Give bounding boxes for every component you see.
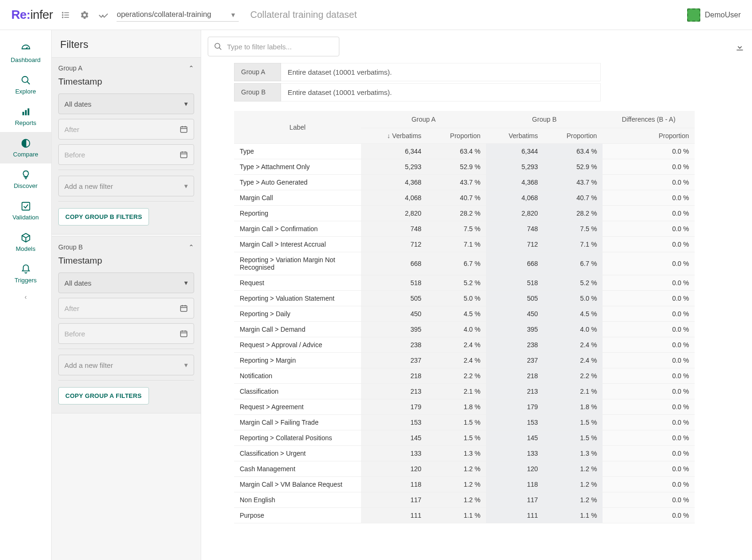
table-row[interactable]: Margin Call4,06840.7 %4,06840.7 %0.0 %: [234, 190, 695, 206]
cube-icon: [20, 232, 31, 243]
table-row[interactable]: Request > Agreement1791.8 %1791.8 %0.0 %: [234, 399, 695, 415]
table-row[interactable]: Reporting > Collateral Positions1451.5 %…: [234, 430, 695, 446]
group-b-header[interactable]: Group B ⌃: [58, 243, 194, 251]
table-row[interactable]: Cash Management1201.2 %1201.2 %0.0 %: [234, 461, 695, 477]
dataset-selector[interactable]: operations/collateral-training ▾: [117, 8, 239, 22]
cell-b-verbatims: 2,820: [486, 206, 543, 221]
gear-icon[interactable]: [79, 9, 90, 21]
filters-title: Filters: [52, 30, 201, 57]
cell-a-verbatims: 4,368: [361, 175, 427, 190]
summary-group-b: Group B Entire dataset (10001 verbatims)…: [234, 83, 601, 101]
cell-b-proportion: 4.0 %: [544, 322, 603, 337]
before-input-a[interactable]: Before: [58, 144, 194, 165]
cell-a-proportion: 1.2 %: [427, 492, 486, 508]
checkmark-icon[interactable]: [98, 9, 109, 21]
table-row[interactable]: Classification2132.1 %2132.1 %0.0 %: [234, 384, 695, 399]
add-filter-a[interactable]: Add a new filter ▾: [58, 176, 194, 196]
cell-a-verbatims: 518: [361, 275, 427, 291]
after-input-b[interactable]: After: [58, 298, 194, 319]
date-range-select-b[interactable]: All dates ▾: [58, 272, 194, 293]
table-row[interactable]: Margin Call > Demand3954.0 %3954.0 %0.0 …: [234, 322, 695, 337]
before-input-b[interactable]: Before: [58, 323, 194, 344]
collapse-button[interactable]: ‹: [24, 293, 27, 301]
cell-b-proportion: 1.8 %: [544, 399, 603, 415]
after-placeholder: After: [64, 125, 79, 133]
date-range-select-a[interactable]: All dates ▾: [58, 93, 194, 114]
table-row[interactable]: Notification2182.2 %2182.2 %0.0 %: [234, 368, 695, 384]
before-placeholder: Before: [64, 330, 85, 338]
cell-b-proportion: 1.2 %: [544, 461, 603, 477]
after-input-a[interactable]: After: [58, 119, 194, 140]
table-row[interactable]: Reporting > Daily4504.5 %4504.5 %0.0 %: [234, 306, 695, 322]
download-button[interactable]: [735, 42, 744, 51]
nav-dashboard[interactable]: Dashboard: [0, 38, 51, 69]
cell-label: Classification: [234, 384, 361, 399]
cell-diff-proportion: 0.0 %: [603, 144, 695, 159]
cell-b-verbatims: 145: [486, 430, 543, 446]
table-row[interactable]: Margin Call > Failing Trade1531.5 %1531.…: [234, 415, 695, 430]
cell-b-proportion: 6.7 %: [544, 252, 603, 275]
table-row[interactable]: Non English1171.2 %1171.2 %0.0 %: [234, 492, 695, 508]
table-row[interactable]: Classification > Urgent1331.3 %1331.3 %0…: [234, 446, 695, 461]
table-row[interactable]: Margin Call > Confirmation7487.5 %7487.5…: [234, 221, 695, 237]
group-a-header[interactable]: Group A ⌃: [58, 64, 194, 72]
copy-group-a-filters-button[interactable]: COPY GROUP A FILTERS: [58, 387, 149, 404]
add-filter-b[interactable]: Add a new filter ▾: [58, 355, 194, 375]
nav-discover[interactable]: Discover: [0, 163, 51, 195]
content-toolbar: Type to filter labels...: [201, 30, 752, 63]
chevron-down-icon: ▾: [184, 361, 188, 369]
table-row[interactable]: Request > Approval / Advice2382.4 %2382.…: [234, 337, 695, 353]
table-row[interactable]: Reporting > Margin2372.4 %2372.4 %0.0 %: [234, 353, 695, 368]
user-chip[interactable]: DemoUser: [687, 8, 741, 22]
table-row[interactable]: Type6,34463.4 %6,34463.4 %0.0 %: [234, 144, 695, 159]
nav-label: Compare: [13, 151, 38, 158]
col-b-proportion[interactable]: Proportion: [544, 128, 603, 144]
table-row[interactable]: Purpose1111.1 %1111.1 %0.0 %: [234, 508, 695, 523]
cell-label: Reporting > Collateral Positions: [234, 430, 361, 446]
svg-rect-26: [180, 331, 187, 337]
svg-point-4: [63, 15, 63, 16]
cell-label: Purpose: [234, 508, 361, 523]
table-row[interactable]: Reporting > Variation Margin Not Recogni…: [234, 252, 695, 275]
nav-reports[interactable]: Reports: [0, 101, 51, 132]
cell-label: Classification > Urgent: [234, 446, 361, 461]
table-row[interactable]: Margin Call > VM Balance Request1181.2 %…: [234, 477, 695, 492]
cell-label: Margin Call > VM Balance Request: [234, 477, 361, 492]
label-search-input[interactable]: Type to filter labels...: [208, 37, 339, 56]
cell-a-verbatims: 179: [361, 399, 427, 415]
cell-a-proportion: 7.1 %: [427, 237, 486, 252]
table-row[interactable]: Margin Call > Interest Accrual7127.1 %71…: [234, 237, 695, 252]
list-icon[interactable]: [60, 9, 71, 21]
content-scroll[interactable]: Group A Entire dataset (10001 verbatims)…: [201, 63, 752, 560]
cell-a-proportion: 2.2 %: [427, 368, 486, 384]
col-a-verbatims[interactable]: ↓ Verbatims: [361, 128, 427, 144]
nav-validation[interactable]: Validation: [0, 195, 51, 226]
col-label[interactable]: Label: [234, 111, 361, 144]
nav-compare[interactable]: Compare: [0, 132, 51, 163]
nav-triggers[interactable]: Triggers: [0, 258, 51, 289]
filter-group-a: Group A ⌃ Timestamp All dates ▾ After Be…: [52, 57, 201, 234]
copy-group-b-filters-button[interactable]: COPY GROUP B FILTERS: [58, 208, 149, 226]
table-row[interactable]: Reporting2,82028.2 %2,82028.2 %0.0 %: [234, 206, 695, 221]
search-icon: [214, 42, 222, 51]
cell-diff-proportion: 0.0 %: [603, 492, 695, 508]
col-diff-proportion[interactable]: Proportion: [603, 128, 695, 144]
summary-group-a: Group A Entire dataset (10001 verbatims)…: [234, 63, 601, 81]
table-row[interactable]: Type > Auto Generated4,36843.7 %4,36843.…: [234, 175, 695, 190]
cell-a-verbatims: 712: [361, 237, 427, 252]
cell-diff-proportion: 0.0 %: [603, 461, 695, 477]
lightbulb-icon: [20, 169, 31, 180]
chevron-down-icon: ▾: [231, 10, 235, 19]
table-row[interactable]: Type > Attachment Only5,29352.9 %5,29352…: [234, 159, 695, 175]
col-b-verbatims[interactable]: Verbatims: [486, 128, 543, 144]
table-row[interactable]: Reporting > Valuation Statement5055.0 %5…: [234, 291, 695, 306]
cell-a-verbatims: 111: [361, 508, 427, 523]
nav-models[interactable]: Models: [0, 226, 51, 258]
cell-b-verbatims: 395: [486, 322, 543, 337]
cell-b-proportion: 1.5 %: [544, 430, 603, 446]
table-row[interactable]: Request5185.2 %5185.2 %0.0 %: [234, 275, 695, 291]
col-a-proportion[interactable]: Proportion: [427, 128, 486, 144]
cell-b-proportion: 7.1 %: [544, 237, 603, 252]
nav-explore[interactable]: Explore: [0, 69, 51, 101]
cell-diff-proportion: 0.0 %: [603, 175, 695, 190]
